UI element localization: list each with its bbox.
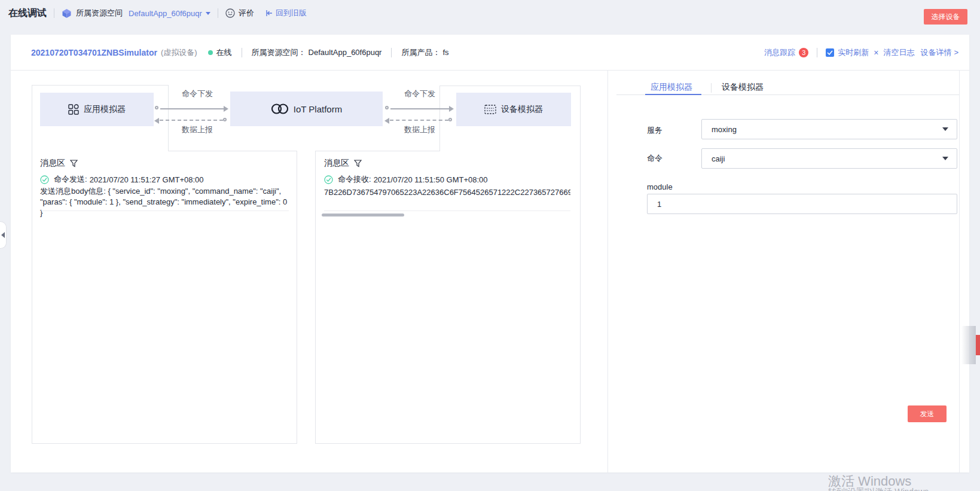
feedback-edge-tab[interactable] (976, 335, 980, 355)
command-down-label: 命令下发 (167, 89, 227, 99)
device-simulator-box: 设备模拟器 (456, 93, 571, 126)
divider (817, 48, 817, 57)
arrow-start-dot (223, 118, 227, 121)
event-type: 命令接收: (338, 174, 371, 185)
resource-space-label: 所属资源空间 (76, 8, 123, 19)
feedback-tab-shadow (961, 326, 976, 364)
arrow-head-right (449, 106, 454, 112)
online-status-dot (208, 50, 213, 55)
panel-scroll-gutter (959, 71, 960, 472)
clear-x-icon[interactable]: × (874, 48, 878, 57)
resource-space-cube-icon (62, 8, 72, 19)
divider (218, 8, 218, 18)
message-area-label: 消息区 (324, 158, 349, 169)
grid-icon (68, 104, 79, 115)
arrow-start-dot (385, 106, 389, 109)
divider (391, 48, 392, 57)
divider (242, 48, 242, 57)
message-divider (324, 211, 570, 211)
clear-log-link[interactable]: 清空日志 (883, 47, 914, 58)
right-message-body-hex: 7B226D736754797065223A22636C6F7564526571… (324, 187, 570, 198)
tab-body-join (32, 151, 168, 152)
sidebar-collapse-handle[interactable] (0, 221, 7, 249)
arrow-start-dot (448, 118, 452, 121)
product-value: fs (442, 48, 448, 57)
select-device-button[interactable]: 选择设备 (924, 9, 967, 25)
app-simulator-label: 应用模拟器 (84, 104, 126, 115)
tab-body-join (440, 151, 580, 152)
device-header: 20210720T034701ZNBSimulator (虚拟设备) 在线 所属… (11, 35, 969, 71)
top-bar: 在线调试 所属资源空间 DefaultApp_60f6puqr 评价 回到旧版 (0, 0, 980, 26)
command-select[interactable]: caiji (701, 148, 957, 169)
device-simulator-label: 设备模拟器 (501, 104, 543, 115)
tab-app-simulator[interactable]: 应用模拟器 (651, 82, 692, 93)
back-arrow-icon (265, 9, 273, 17)
chevron-down-icon (942, 127, 948, 131)
tab-separator (711, 83, 712, 93)
service-select[interactable]: moxing (701, 119, 957, 139)
rate-link[interactable]: 评价 (239, 8, 254, 19)
data-up-arrow (160, 120, 223, 121)
left-message-area-title: 消息区 (40, 158, 78, 169)
iot-platform-box: IoT Platform (230, 92, 383, 126)
tab-device-simulator[interactable]: 设备模拟器 (722, 82, 764, 93)
header-resource-space-value: DefaultApp_60f6puqr (309, 48, 382, 57)
chevron-down-icon (942, 157, 948, 160)
command-down-label: 命令下发 (390, 89, 450, 99)
service-label: 服务 (647, 125, 663, 136)
windows-activation-watermark-sub: 转到“设置”以激活 Windows (828, 487, 929, 491)
app-selector[interactable]: DefaultApp_60f6puqr (129, 9, 202, 18)
param-module-label: module (647, 182, 673, 191)
device-detail-link[interactable]: 设备详情 (920, 47, 951, 58)
divider (54, 8, 54, 18)
param-module-input[interactable] (647, 194, 957, 214)
arrow-head-right (224, 106, 228, 112)
chevron-down-icon[interactable] (206, 12, 210, 15)
smiley-icon (225, 8, 235, 18)
arrow-head-left (154, 118, 159, 124)
message-divider (40, 211, 289, 211)
data-up-arrow (390, 120, 448, 121)
event-type: 命令发送: (54, 174, 87, 185)
arrow-start-dot (155, 106, 158, 109)
filter-icon[interactable] (354, 160, 362, 167)
left-message-body: 发送消息body信息: { "service_id": "moxing", "c… (40, 186, 291, 218)
command-down-arrow (390, 108, 449, 109)
active-tab-underline (645, 94, 701, 95)
right-message-area-title: 消息区 (324, 158, 362, 169)
command-label: 命令 (647, 153, 663, 164)
product-label: 所属产品： (401, 47, 440, 58)
back-to-old-link[interactable]: 回到旧版 (276, 8, 307, 19)
message-trace-badge: 3 (799, 48, 808, 57)
iot-platform-label: IoT Platform (294, 104, 342, 114)
message-area-label: 消息区 (40, 158, 65, 169)
success-check-icon (324, 175, 333, 184)
online-status-label: 在线 (216, 47, 232, 58)
chevron-right-icon[interactable]: > (954, 48, 958, 57)
arrow-head-left (384, 118, 389, 124)
right-message-event: 命令接收: 2021/07/20 11:51:50 GMT+08:00 (324, 174, 488, 185)
realtime-refresh-checkbox[interactable] (826, 48, 834, 57)
device-icon (484, 105, 496, 114)
command-select-value: caiji (712, 154, 942, 163)
command-down-arrow (160, 108, 224, 109)
panel-divider (607, 71, 608, 472)
data-up-label: 数据上报 (390, 124, 450, 135)
device-type-label: (虚拟设备) (161, 47, 197, 58)
filter-icon[interactable] (70, 160, 78, 167)
horizontal-scrollbar[interactable] (322, 214, 404, 216)
device-name-link[interactable]: 20210720T034701ZNBSimulator (31, 48, 157, 57)
realtime-refresh-label[interactable]: 实时刷新 (838, 47, 869, 58)
service-select-value: moxing (712, 125, 942, 134)
message-trace-link[interactable]: 消息跟踪 (764, 47, 795, 58)
event-time: 2021/07/20 11:51:27 GMT+08:00 (90, 175, 204, 184)
collapse-left-icon (1, 232, 5, 238)
page-title: 在线调试 (8, 7, 47, 20)
send-button[interactable]: 发送 (908, 405, 947, 422)
event-time: 2021/07/20 11:51:50 GMT+08:00 (374, 175, 488, 184)
left-message-event: 命令发送: 2021/07/20 11:51:27 GMT+08:00 (40, 174, 204, 185)
main-card: 20210720T034701ZNBSimulator (虚拟设备) 在线 所属… (11, 35, 969, 472)
success-check-icon (40, 175, 49, 184)
iot-logo-icon (271, 102, 289, 115)
data-up-label: 数据上报 (167, 124, 227, 135)
